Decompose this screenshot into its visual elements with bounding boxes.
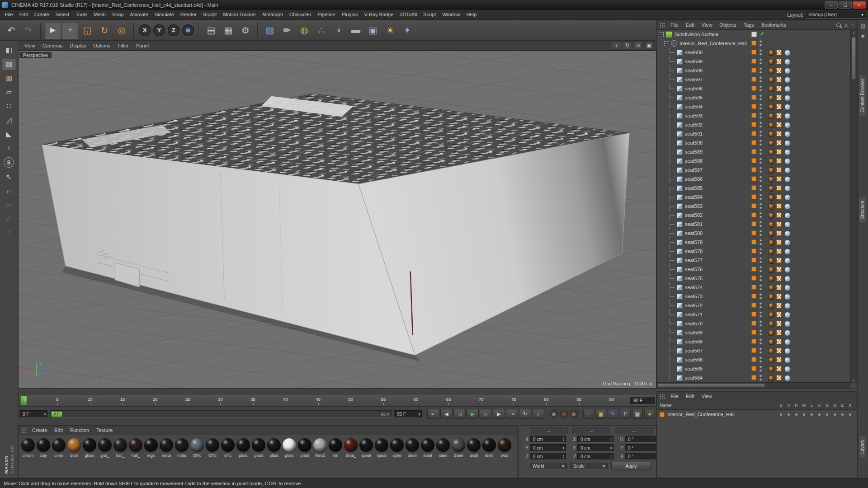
record-keyframe-button[interactable]: ●	[560, 410, 568, 418]
layer-toggle-m[interactable]	[800, 413, 808, 416]
side-tab-layers[interactable]: Layers	[859, 436, 866, 458]
layer-column-m[interactable]: M	[800, 403, 808, 408]
orbit-view-icon[interactable]: ↻	[623, 42, 632, 50]
phong-tag-icon[interactable]	[784, 86, 791, 92]
material-tag-icon[interactable]	[768, 239, 774, 246]
timeline-track[interactable]: 051015202530354045505560657075808590	[20, 394, 628, 406]
object-row-seat590[interactable]: seat590	[657, 138, 851, 147]
layer-row-interior-red-conference-hall[interactable]: Interior_Red_Conference_Hall	[657, 410, 857, 419]
scroll-up-icon[interactable]: ▴	[851, 30, 857, 35]
material-tag-icon[interactable]	[768, 294, 774, 300]
om-tab-tags[interactable]: Tags	[741, 22, 757, 28]
edges-mode-icon[interactable]: ◿	[2, 114, 16, 126]
visibility-dots-icon[interactable]	[760, 58, 762, 64]
object-row-seat577[interactable]: seat577	[657, 256, 851, 265]
material-tag-icon[interactable]	[768, 312, 774, 318]
material-rim-20[interactable]: rim	[328, 438, 343, 458]
layer-color-chip[interactable]	[751, 366, 756, 371]
add-cube-icon[interactable]: ▧	[262, 22, 278, 39]
phong-tag-icon[interactable]	[784, 321, 791, 327]
panel-menu-icon[interactable]: ▤	[859, 22, 868, 30]
menu-3dtoall[interactable]: 3DToAll	[396, 10, 420, 19]
play-forward-button[interactable]: ▶	[467, 409, 479, 419]
uvw-tag-icon[interactable]	[776, 312, 782, 317]
scrollbar-thumb[interactable]	[852, 37, 856, 80]
object-row-seat573[interactable]: seat573	[657, 292, 851, 301]
subdivision-surface-icon[interactable]: ◍	[296, 22, 312, 39]
visibility-dots-icon[interactable]	[760, 266, 762, 272]
visibility-dots-icon[interactable]	[760, 320, 762, 326]
phong-tag-icon[interactable]	[784, 267, 791, 273]
object-row-seat589[interactable]: seat589	[657, 147, 851, 156]
menu-mograph[interactable]: MoGraph	[259, 10, 286, 19]
object-row-seat585[interactable]: seat585	[657, 183, 851, 192]
visibility-dots-icon[interactable]	[760, 149, 762, 155]
material-tag-icon[interactable]	[768, 140, 774, 146]
visibility-dots-icon[interactable]	[760, 76, 762, 82]
timeline-ruler[interactable]: 051015202530354045505560657075808590 90 …	[18, 394, 656, 407]
layer-color-chip[interactable]	[751, 86, 756, 91]
minimize-button[interactable]: ─	[825, 1, 838, 9]
light-icon[interactable]: ☀	[382, 22, 398, 39]
enable-axis-icon[interactable]: +	[2, 142, 16, 154]
layer-column-r[interactable]: R	[793, 403, 800, 408]
uvw-tag-icon[interactable]	[776, 330, 782, 335]
layer-color-chip[interactable]	[751, 276, 756, 281]
uvw-tag-icon[interactable]	[776, 68, 782, 73]
material-tag-icon[interactable]	[768, 303, 774, 309]
layer-column-v[interactable]: V	[785, 403, 793, 408]
material-speal-22[interactable]: speal	[359, 438, 374, 458]
visibility-dots-icon[interactable]	[760, 158, 762, 164]
layer-color-chip[interactable]	[751, 303, 756, 308]
object-row-seat592[interactable]: seat592	[657, 120, 851, 129]
materials-tab-edit[interactable]: Edit	[51, 427, 66, 433]
points-mode-icon[interactable]: ∷	[2, 100, 16, 112]
material-legs-8[interactable]: legs	[143, 438, 159, 458]
camera-icon[interactable]: ▣	[365, 22, 381, 39]
material-steel-28[interactable]: Steel	[451, 438, 466, 458]
material-tag-icon[interactable]	[768, 285, 774, 291]
record-position-button[interactable]: +	[583, 409, 594, 419]
material-clay-1[interactable]: clay	[36, 438, 51, 458]
snap-enable-icon[interactable]: ∩	[2, 185, 16, 197]
menu-plugins[interactable]: Plugins	[338, 10, 361, 19]
coord-column-header-2[interactable]: --	[615, 427, 653, 434]
menu-mesh[interactable]: Mesh	[90, 10, 109, 19]
layer-color-chip[interactable]	[751, 140, 756, 145]
zoom-view-icon[interactable]: ⊙	[633, 42, 643, 50]
object-row-seat567[interactable]: seat567	[657, 346, 851, 355]
layer-column-a[interactable]: A	[816, 403, 823, 408]
visibility-dots-icon[interactable]	[760, 67, 762, 73]
layer-toggle-l[interactable]	[808, 413, 816, 416]
power-slider[interactable]: 0 F 90 F	[50, 410, 392, 418]
uvw-tag-icon[interactable]	[776, 77, 782, 82]
om-tab-file[interactable]: File	[667, 22, 682, 28]
material-tag-icon[interactable]	[768, 68, 774, 74]
material-hall-7[interactable]: hall_	[128, 438, 143, 458]
material-tag-icon[interactable]	[768, 104, 774, 110]
object-row-seat566[interactable]: seat566	[657, 355, 851, 364]
layer-color-chip[interactable]	[751, 50, 756, 55]
loop-playback-button[interactable]: ↻	[519, 409, 531, 419]
material-conn-2[interactable]: conn	[51, 438, 66, 458]
viewport-menu-filter[interactable]: Filter	[114, 43, 132, 48]
object-row-seat581[interactable]: seat581	[657, 220, 851, 229]
layer-tab-file[interactable]: File	[667, 394, 682, 399]
workplane-mode-icon[interactable]: ▱	[2, 86, 16, 98]
layer-color-chip[interactable]	[751, 131, 756, 136]
uvw-tag-icon[interactable]	[776, 122, 782, 127]
workplane-lock-icon[interactable]: ▭	[2, 199, 16, 211]
object-row-seat586[interactable]: seat586	[657, 174, 851, 183]
rotate-tool-icon[interactable]: ↻	[96, 22, 113, 39]
object-row-seat588[interactable]: seat588	[657, 156, 851, 165]
vertical-scrollbar[interactable]: ▴ ▾	[850, 30, 857, 383]
layer-color-chip[interactable]	[751, 167, 756, 172]
layer-color-chip[interactable]	[751, 203, 756, 208]
menu-tools[interactable]: Tools	[72, 10, 90, 19]
material-tag-icon[interactable]	[768, 267, 774, 273]
material-textil-29[interactable]: textil	[466, 438, 481, 458]
menu-motion-tracker[interactable]: Motion Tracker	[220, 10, 259, 19]
uvw-tag-icon[interactable]	[776, 339, 782, 344]
layer-color-chip[interactable]	[751, 348, 756, 353]
layer-toggle-e[interactable]	[839, 413, 846, 416]
